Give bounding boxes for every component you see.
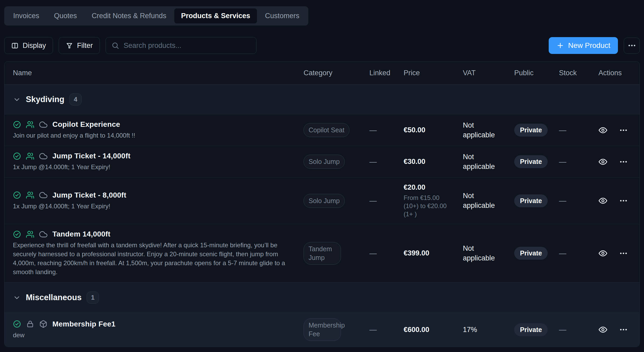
category-cell: Solo Jump	[304, 155, 369, 169]
category-chip: Solo Jump	[304, 155, 345, 169]
column-header-stock[interactable]: Stock	[559, 69, 598, 77]
check-circle-icon	[13, 120, 21, 129]
chevron-down-icon	[13, 294, 21, 301]
tab-bar: InvoicesQuotesCredit Notes & RefundsProd…	[4, 6, 308, 26]
group-title: Skydiving	[26, 95, 64, 104]
linked-cell: —	[369, 325, 404, 334]
table-header-row: Name Category Linked Price VAT Public St…	[4, 62, 640, 84]
group-header-skydiving[interactable]: Skydiving4	[4, 84, 640, 114]
plus-icon	[556, 42, 564, 49]
price-value: €30.00	[404, 158, 463, 166]
linked-cell: —	[369, 158, 404, 166]
product-title: Copilot Experience	[52, 120, 120, 129]
linked-cell: —	[369, 197, 404, 205]
tab-customers[interactable]: Customers	[258, 8, 306, 23]
product-description: Experience the thrill of freefall with a…	[13, 241, 299, 276]
cloud-icon	[39, 120, 47, 129]
search-box	[106, 37, 256, 54]
column-header-price[interactable]: Price	[404, 69, 463, 77]
visibility-badge: Private	[514, 155, 548, 168]
column-header-name[interactable]: Name	[13, 69, 304, 77]
new-product-button[interactable]: New Product	[549, 37, 618, 54]
category-cell: Membership Fee	[304, 318, 369, 341]
eye-icon[interactable]	[598, 157, 607, 166]
vat-cell: Not applicable	[463, 191, 514, 210]
row-menu-ellipsis-icon[interactable]	[619, 325, 628, 334]
vat-cell: Not applicable	[463, 244, 514, 263]
linked-cell: —	[369, 126, 404, 134]
row-menu-ellipsis-icon[interactable]	[619, 126, 628, 134]
check-circle-icon	[13, 230, 21, 238]
eye-icon[interactable]	[598, 126, 607, 135]
check-circle-icon	[13, 320, 21, 328]
tab-products-services[interactable]: Products & Services	[174, 8, 257, 23]
users-icon	[26, 152, 34, 160]
actions-cell	[598, 157, 635, 166]
eye-icon[interactable]	[598, 325, 607, 334]
check-circle-icon	[13, 152, 21, 160]
vat-cell: Not applicable	[463, 120, 514, 140]
price-cell: €20.00From €15.00 (10+) to €20.00 (1+ )	[404, 183, 463, 218]
cloud-icon	[39, 230, 47, 238]
display-button[interactable]: Display	[4, 37, 53, 54]
group-title: Miscellaneous	[26, 293, 82, 302]
filter-button[interactable]: Filter	[59, 37, 100, 54]
price-cell: €30.00	[404, 158, 463, 166]
price-cell: €399.00	[404, 249, 463, 257]
package-icon	[39, 320, 47, 328]
vat-cell: Not applicable	[463, 152, 514, 172]
public-cell: Private	[514, 155, 559, 168]
chevron-down-icon	[13, 95, 21, 103]
search-input[interactable]	[124, 42, 251, 50]
actions-cell	[598, 249, 635, 258]
column-header-actions[interactable]: Actions	[598, 69, 635, 77]
row-menu-ellipsis-icon[interactable]	[619, 249, 628, 258]
eye-icon[interactable]	[598, 196, 607, 205]
visibility-badge: Private	[514, 194, 548, 207]
price-tiers-note: From €15.00 (10+) to €20.00 (1+ )	[404, 194, 450, 218]
product-title: Jump Ticket - 14,000ft	[52, 152, 130, 160]
columns-icon	[11, 42, 19, 49]
column-header-category[interactable]: Category	[304, 69, 369, 77]
row-menu-ellipsis-icon[interactable]	[619, 197, 628, 205]
price-value: €20.00	[404, 183, 463, 192]
group-header-miscellaneous[interactable]: Miscellaneous1	[4, 282, 640, 312]
column-header-linked[interactable]: Linked	[369, 69, 404, 77]
name-cell: Jump Ticket - 8,000ft1x Jump @14.000ft; …	[13, 191, 304, 211]
name-cell: Jump Ticket - 14,000ft1x Jump @14.000ft;…	[13, 152, 304, 172]
filter-button-label: Filter	[77, 42, 93, 50]
ellipsis-icon	[628, 41, 636, 50]
product-description: Join our pilot and enjoy a flight to 14,…	[13, 131, 299, 140]
public-cell: Private	[514, 247, 559, 260]
visibility-badge: Private	[514, 323, 548, 336]
product-row-copilot-experience[interactable]: Copilot ExperienceJoin our pilot and enj…	[4, 114, 640, 146]
public-cell: Private	[514, 124, 559, 137]
stock-cell: —	[559, 325, 598, 334]
actions-cell	[598, 325, 635, 334]
category-chip: Tandem Jump	[304, 242, 341, 265]
product-row-membership-fee1[interactable]: Membership Fee1dewMembership Fee—€600.00…	[4, 312, 640, 347]
tab-quotes[interactable]: Quotes	[47, 8, 84, 23]
category-chip: Membership Fee	[304, 318, 341, 341]
group-count-badge: 4	[69, 93, 82, 105]
price-value: €399.00	[404, 249, 463, 257]
category-cell: Tandem Jump	[304, 242, 369, 265]
product-row-tandem-14-000ft[interactable]: Tandem 14,000ftExperience the thrill of …	[4, 224, 640, 282]
toolbar: Display Filter New Product	[4, 37, 640, 54]
search-icon	[111, 42, 119, 49]
product-row-jump-ticket-8-000ft[interactable]: Jump Ticket - 8,000ft1x Jump @14.000ft; …	[4, 177, 640, 224]
row-menu-ellipsis-icon[interactable]	[619, 158, 628, 166]
actions-cell	[598, 126, 635, 135]
toolbar-more-button[interactable]	[624, 38, 640, 54]
product-description: 1x Jump @14.000ft; 1 Year Expiry!	[13, 163, 299, 172]
tab-credit-notes-refunds[interactable]: Credit Notes & Refunds	[85, 8, 173, 23]
new-product-button-label: New Product	[568, 41, 610, 50]
cloud-icon	[39, 152, 47, 160]
category-chip: Solo Jump	[304, 194, 345, 208]
eye-icon[interactable]	[598, 249, 607, 258]
tab-invoices[interactable]: Invoices	[6, 8, 46, 23]
column-header-vat[interactable]: VAT	[463, 69, 514, 77]
linked-cell: —	[369, 249, 404, 258]
product-row-jump-ticket-14-000ft[interactable]: Jump Ticket - 14,000ft1x Jump @14.000ft;…	[4, 146, 640, 177]
column-header-public[interactable]: Public	[514, 69, 559, 77]
